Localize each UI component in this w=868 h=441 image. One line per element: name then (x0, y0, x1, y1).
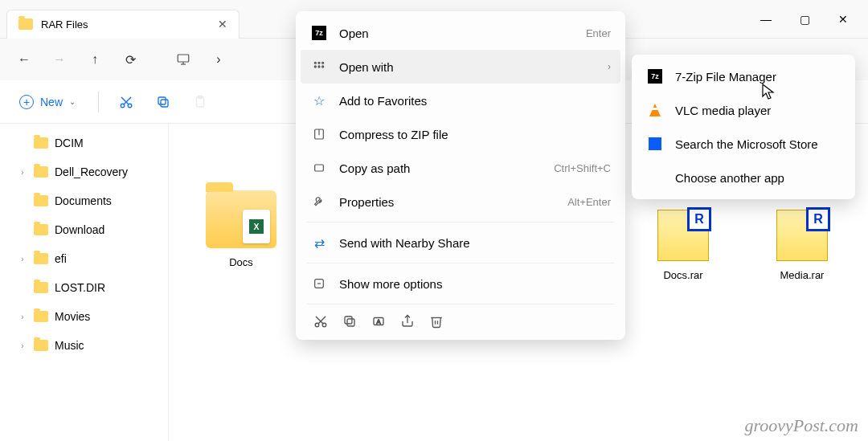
minimize-button[interactable]: — (747, 6, 784, 32)
chevron-down-icon: ⌄ (69, 97, 76, 106)
zip-icon (310, 125, 328, 143)
ctx-open-with[interactable]: Open with › (301, 50, 620, 84)
folder-icon (34, 224, 48, 235)
folder-icon (34, 340, 48, 351)
sidebar-item-dell-recovery[interactable]: ›Dell_Recovery (0, 157, 168, 186)
ctx-open[interactable]: 7z Open Enter (301, 16, 620, 50)
sidebar-item-documents[interactable]: Documents (0, 186, 168, 215)
paste-icon[interactable] (186, 88, 215, 116)
folder-large-icon: X (206, 190, 276, 248)
chevron-right-icon[interactable]: › (18, 312, 27, 321)
up-button[interactable]: ↑ (79, 43, 111, 76)
blank-icon (646, 169, 664, 186)
folder-icon (34, 253, 48, 264)
chevron-right-icon[interactable]: › (18, 255, 27, 263)
plus-icon: + (19, 95, 34, 109)
file-label: Media.rar (780, 269, 825, 281)
copy-icon[interactable] (149, 88, 178, 116)
rar-file-icon (657, 210, 709, 261)
back-button[interactable]: ← (8, 43, 40, 76)
star-icon: ☆ (310, 92, 328, 109)
cut-icon[interactable] (112, 88, 141, 116)
context-menu: 7z Open Enter Open with › ☆ Add to Favor… (296, 11, 625, 340)
svg-rect-8 (158, 97, 166, 104)
copy-icon[interactable] (342, 314, 357, 329)
window-controls: — ▢ ✕ (747, 6, 862, 32)
more-options-icon (310, 275, 328, 292)
maximize-button[interactable]: ▢ (786, 6, 823, 32)
file-item-docs-folder[interactable]: X Docs (177, 140, 305, 276)
sidebar-item-lostdir[interactable]: LOST.DIR (0, 273, 168, 302)
vlc-icon (646, 101, 664, 119)
delete-icon[interactable] (429, 314, 444, 329)
svg-point-16 (314, 66, 316, 67)
svg-text:X: X (253, 222, 259, 231)
breadcrumb-chevron-icon[interactable]: › (203, 43, 235, 76)
close-tab-icon[interactable]: ✕ (218, 18, 227, 31)
svg-point-17 (318, 66, 320, 67)
separator (307, 304, 614, 304)
folder-icon (34, 311, 48, 322)
chevron-right-icon[interactable]: › (18, 168, 27, 177)
this-pc-icon[interactable] (167, 43, 199, 76)
svg-rect-29 (345, 316, 352, 324)
sidebar-item-dcim[interactable]: DCIM (0, 129, 168, 157)
sidebar-item-music[interactable]: ›Music (0, 331, 168, 360)
window-tab[interactable]: RAR Files ✕ (6, 10, 240, 39)
close-button[interactable]: ✕ (825, 6, 862, 32)
nearby-share-icon: ⇄ (310, 234, 328, 251)
submenu-store[interactable]: Search the Microsoft Store (637, 127, 850, 161)
separator (307, 222, 614, 223)
ctx-show-more[interactable]: Show more options (301, 267, 620, 300)
ctx-add-favorites[interactable]: ☆ Add to Favorites (301, 84, 620, 117)
excel-doc-icon: X (243, 210, 270, 243)
submenu-7zip[interactable]: 7z 7-Zip File Manager (637, 59, 850, 93)
shortcut: Enter (586, 27, 611, 39)
new-button-label: New (40, 96, 63, 108)
share-icon[interactable] (400, 314, 415, 329)
svg-point-13 (314, 62, 316, 63)
ms-store-icon (646, 135, 664, 153)
folder-icon (18, 18, 33, 30)
folder-icon (34, 282, 48, 293)
svg-point-15 (322, 62, 324, 63)
separator (307, 263, 614, 263)
rename-icon[interactable]: A (371, 314, 386, 329)
file-label: Docs (229, 256, 253, 268)
sidebar-item-download[interactable]: Download (0, 215, 168, 244)
submenu-choose-another[interactable]: Choose another app (637, 161, 850, 194)
ctx-compress-zip[interactable]: Compress to ZIP file (301, 117, 620, 151)
file-label: Docs.rar (663, 269, 702, 281)
chevron-right-icon[interactable]: › (18, 341, 27, 350)
svg-rect-21 (315, 165, 324, 171)
svg-point-18 (322, 66, 324, 67)
svg-point-14 (318, 62, 320, 63)
cut-icon[interactable] (313, 314, 328, 329)
forward-button[interactable]: → (43, 43, 76, 76)
new-button[interactable]: + New ⌄ (10, 88, 85, 116)
ctx-copy-path[interactable]: Copy as path Ctrl+Shift+C (301, 151, 620, 185)
folder-icon (34, 137, 48, 149)
shortcut: Ctrl+Shift+C (554, 162, 611, 174)
chevron-right-icon: › (608, 61, 611, 72)
wrench-icon (310, 193, 328, 210)
divider (98, 92, 99, 112)
copy-path-icon (310, 159, 328, 177)
rar-file-icon (776, 210, 828, 261)
svg-rect-28 (347, 319, 354, 326)
sidebar-item-efi[interactable]: ›efi (0, 244, 168, 273)
7z-icon: 7z (310, 24, 328, 42)
sidebar: DCIM ›Dell_Recovery Documents Download ›… (0, 124, 169, 441)
ctx-properties[interactable]: Properties Alt+Enter (301, 185, 620, 218)
svg-rect-7 (161, 100, 168, 107)
sidebar-item-movies[interactable]: ›Movies (0, 302, 168, 331)
7z-icon: 7z (646, 67, 664, 85)
open-with-submenu: 7z 7-Zip File Manager VLC media player S… (632, 55, 855, 199)
ctx-nearby-share[interactable]: ⇄ Send with Nearby Share (301, 226, 620, 259)
submenu-vlc[interactable]: VLC media player (637, 93, 850, 127)
shortcut: Alt+Enter (567, 196, 611, 208)
ctx-quick-actions: A (301, 308, 620, 335)
refresh-button[interactable]: ⟳ (114, 43, 146, 76)
folder-icon (34, 166, 48, 178)
tab-title: RAR Files (41, 18, 210, 31)
